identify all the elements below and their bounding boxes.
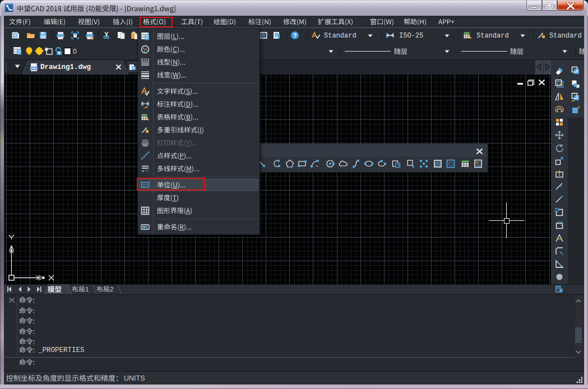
svg-text:?: ? — [293, 32, 297, 39]
svg-text:DWG: DWG — [30, 67, 38, 70]
